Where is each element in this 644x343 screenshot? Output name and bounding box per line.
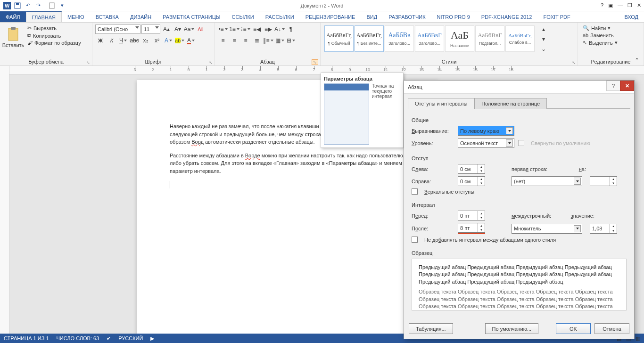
replace-button[interactable]: abЗаменить (581, 32, 616, 39)
maximize-icon[interactable]: ❐ (627, 2, 632, 8)
clipboard-launcher-icon[interactable]: ⤡ (86, 60, 90, 65)
paragraph-launcher-icon[interactable]: ⤡ (312, 59, 318, 65)
dialog-titlebar[interactable]: Абзац ? ✕ (404, 81, 634, 94)
status-words[interactable]: ЧИСЛО СЛОВ: 63 (57, 335, 99, 341)
copy-button[interactable]: ⧉Копировать (25, 32, 83, 39)
tab-nitro[interactable]: NITRO PRO 9 (431, 11, 476, 22)
linespacing-value-spinner[interactable]: 1,08▲▼ (590, 224, 617, 234)
tab-signin[interactable]: Вход (619, 11, 644, 22)
tab-mailings[interactable]: РАССЫЛКИ (260, 11, 300, 22)
grow-font-icon[interactable]: A▴ (161, 24, 172, 34)
styles-more-icon[interactable]: ⌄ (538, 44, 549, 54)
style-item[interactable]: АаБбВвГПодзагол... (475, 25, 504, 52)
shading-icon[interactable]: ▦ (274, 36, 285, 45)
status-macro-icon[interactable]: ▶ (150, 335, 154, 342)
status-spellcheck-icon[interactable]: ✔ (107, 335, 111, 342)
style-item[interactable]: АаБбВвГг,¶ Обычный (324, 25, 354, 52)
ribbon-options-icon[interactable]: ▣ (608, 2, 613, 8)
align-left-icon[interactable]: ≡ (218, 36, 228, 45)
numbering-icon[interactable]: 1≡ (229, 24, 239, 34)
sort-icon[interactable]: A↓ (274, 24, 285, 34)
new-doc-icon[interactable] (47, 0, 57, 11)
tab-menu[interactable]: Меню (62, 11, 90, 22)
style-item[interactable]: АаБбВвГЗаголово... (415, 25, 444, 52)
increase-indent-icon[interactable]: ≡▶ (263, 24, 273, 34)
bullets-icon[interactable]: •≡ (218, 24, 228, 34)
clear-formatting-icon[interactable]: A⃠ (195, 24, 206, 34)
font-color-icon[interactable]: A (186, 36, 196, 45)
help-icon[interactable]: ? (601, 2, 603, 8)
superscript-icon[interactable]: x² (152, 36, 162, 45)
align-right-icon[interactable]: ≡ (240, 36, 251, 45)
style-item[interactable]: АаБбВвЗаголово... (385, 25, 414, 52)
multilevel-icon[interactable]: ⁝≡ (240, 24, 251, 34)
underline-icon[interactable]: Ч (118, 36, 128, 45)
styles-launcher-icon[interactable]: ⤡ (572, 60, 576, 65)
cancel-button[interactable]: Отмена (594, 323, 629, 334)
styles-up-icon[interactable]: ▴ (538, 24, 549, 34)
tab-references[interactable]: ССЫЛКИ (226, 11, 260, 22)
view-web-icon[interactable]: ▥ (636, 335, 640, 342)
indent-left-spinner[interactable]: 0 см▲▼ (458, 164, 485, 174)
noadd-checkbox[interactable] (412, 237, 418, 243)
line-spacing-icon[interactable]: ‖≡ (263, 36, 273, 45)
style-item[interactable]: АаБбВвГг,Слабое в... (505, 25, 535, 52)
indent-right-spinner[interactable]: 0 см▲▼ (458, 176, 485, 186)
italic-icon[interactable]: К (107, 36, 117, 45)
cut-button[interactable]: ✂Вырезать (25, 24, 83, 32)
undo-icon[interactable]: ↶ (23, 0, 33, 11)
after-spinner[interactable]: 8 пт▲▼ (458, 223, 485, 233)
dialog-help-icon[interactable]: ? (606, 81, 620, 91)
tab-home[interactable]: ГЛАВНАЯ (26, 11, 62, 22)
firstline-value-spinner[interactable]: ▲▼ (590, 176, 617, 186)
paste-button[interactable]: Вставить (3, 24, 24, 50)
style-item[interactable]: АаБНазвание (445, 25, 474, 52)
dialog-close-icon[interactable]: ✕ (620, 81, 634, 91)
dialog-tab-indents[interactable]: Отступы и интервалы (408, 98, 474, 109)
borders-icon[interactable]: ⊞ (286, 36, 296, 45)
tabs-button[interactable]: Табуляция... (409, 323, 453, 334)
tab-layout[interactable]: РАЗМЕТКА СТРАНИЦЫ (157, 11, 226, 22)
linespacing-select[interactable]: Множитель (512, 224, 582, 234)
tab-foxit[interactable]: Foxit PDF (537, 11, 576, 22)
subscript-icon[interactable]: x₂ (140, 36, 151, 45)
find-button[interactable]: 🔍Найти ▾ (581, 24, 612, 32)
tab-insert[interactable]: ВСТАВКА (90, 11, 124, 22)
font-launcher-icon[interactable]: ⤡ (209, 60, 213, 65)
decrease-indent-icon[interactable]: ≡◀ (252, 24, 262, 34)
mirror-checkbox[interactable] (412, 188, 418, 195)
tab-view[interactable]: ВИД (361, 11, 383, 22)
alignment-select[interactable]: По левому краю (458, 126, 514, 136)
redo-icon[interactable]: ↷ (33, 0, 43, 11)
align-justify-icon[interactable]: ≣ (252, 36, 262, 45)
minimize-icon[interactable]: — (618, 2, 623, 8)
firstline-select[interactable]: (нет) (512, 176, 582, 186)
font-name-select[interactable]: Calibri (Осно (95, 24, 140, 34)
highlight-icon[interactable]: ab (174, 36, 185, 45)
ok-button[interactable]: OK (556, 323, 591, 334)
save-icon[interactable] (12, 0, 23, 11)
bold-icon[interactable]: Ж (95, 36, 106, 45)
font-size-select[interactable]: 11 (141, 24, 160, 34)
tab-review[interactable]: РЕЦЕНЗИРОВАНИЕ (300, 11, 361, 22)
tab-design[interactable]: ДИЗАЙН (124, 11, 157, 22)
show-marks-icon[interactable]: ¶ (286, 24, 296, 34)
select-button[interactable]: ↖Выделить ▾ (581, 39, 619, 46)
vertical-ruler[interactable] (0, 66, 9, 334)
tab-developer[interactable]: РАЗРАБОТЧИК (383, 11, 431, 22)
format-painter-button[interactable]: 🖌Формат по образцу (25, 40, 83, 46)
style-item[interactable]: АаБбВвГг,¶ Без инте... (355, 25, 384, 52)
align-center-icon[interactable]: ≡ (229, 36, 239, 45)
text-effects-icon[interactable]: A (163, 36, 173, 45)
strikethrough-icon[interactable]: abc (129, 36, 140, 45)
tab-file[interactable]: ФАЙЛ (0, 11, 26, 22)
change-case-icon[interactable]: Aa (184, 24, 194, 34)
level-select[interactable]: Основной текст (458, 138, 514, 148)
before-spinner[interactable]: 0 пт▲▼ (458, 211, 485, 220)
close-icon[interactable]: ✕ (637, 2, 641, 8)
styles-down-icon[interactable]: ▾ (538, 34, 549, 44)
shrink-font-icon[interactable]: A▾ (173, 24, 183, 34)
qat-dropdown-icon[interactable]: ▾ (57, 0, 67, 11)
status-page[interactable]: СТРАНИЦА 1 ИЗ 1 (4, 335, 49, 341)
status-language[interactable]: РУССКИЙ (118, 335, 143, 341)
